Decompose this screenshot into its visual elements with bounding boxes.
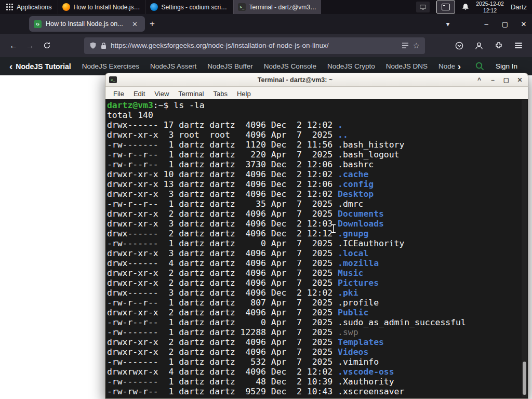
task-title: Settings - codium script... [161, 4, 229, 11]
user-menu[interactable]: Dartz [511, 3, 527, 11]
terminal-line: drwxr-xr-x 2 dartz dartz 4096 Apr 7 2025… [107, 337, 528, 347]
tab-close-icon[interactable]: ✕ [132, 20, 140, 28]
close-terminal-icon[interactable]: ✕ [515, 76, 524, 84]
minimize-window-icon[interactable]: – [482, 20, 490, 28]
clock[interactable]: 2025-12-02 12:12 [476, 1, 504, 14]
browser-tab[interactable]: G How to Install Node.js on... ✕ [29, 16, 145, 32]
tray-screen-icon [420, 5, 426, 10]
list-all-tabs-icon[interactable]: ▾ [441, 17, 455, 31]
terminal-line: drwx------ 3 dartz dartz 4096 Dec 2 12:0… [107, 288, 528, 298]
taskbar-button-codium[interactable]: Settings - codium script... [145, 0, 233, 14]
mouse-cursor-ibeam [330, 224, 337, 233]
terminal-scrollbar[interactable] [522, 100, 527, 397]
minimize-terminal-icon[interactable]: – [488, 76, 497, 84]
scrollbar-thumb[interactable] [523, 362, 526, 395]
task-title: Terminal - dartz@vm3: ~ [249, 4, 317, 11]
terminal-line: drwxr-xr-x 2 dartz dartz 4096 Apr 7 2025… [107, 308, 528, 317]
url-text: https://www.geeksforgeeks.org/node-js/in… [111, 42, 397, 49]
taskbar-button-firefox[interactable]: How to Install Node.js o... [58, 0, 145, 14]
gfg-nav-nodejs-tutorial[interactable]: NodeJS Tutorial [16, 62, 71, 71]
gfg-nav-nodejs-console[interactable]: NodeJS Console [264, 62, 316, 70]
terminal-menu-edit[interactable]: Edit [129, 89, 150, 99]
gfg-nav-links: NodeJS TutorialNodeJS ExercisesNodeJS As… [16, 62, 454, 71]
terminal-line: -rw-r--r-- 1 dartz dartz 807 Apr 7 2025 … [107, 298, 528, 308]
codium-icon [150, 3, 158, 11]
terminal-line: drwxr-xr-x 3 dartz dartz 4096 Apr 7 2025… [107, 248, 528, 258]
terminal-line: drwxr-xr-x 2 dartz dartz 4096 Apr 7 2025… [107, 268, 528, 278]
applications-label: Applications [17, 4, 51, 11]
terminal-line: drwx------ 4 dartz dartz 4096 Apr 7 2025… [107, 258, 528, 268]
window-controls: – ▢ ✕ [482, 14, 528, 34]
gfg-nav-nodejs-dns[interactable]: NodeJS DNS [386, 62, 428, 70]
terminal-window-title: Terminal - dartz@vm3: ~ [120, 76, 470, 84]
sign-in-button[interactable]: Sign In [496, 62, 517, 70]
reload-button[interactable] [38, 37, 55, 54]
shell-prompt-line: dartz@vm3:~$ ls -la [107, 100, 528, 110]
terminal-line: drwxr-xr-x 13 dartz dartz 4096 Dec 2 12:… [107, 179, 528, 189]
taskbar: How to Install Node.js o...Settings - co… [58, 0, 321, 14]
terminal-menu-terminal[interactable]: Terminal [174, 89, 208, 99]
gfg-nav-nodejs-assert[interactable]: NodeJS Assert [150, 62, 196, 70]
url-bar[interactable]: https://www.geeksforgeeks.org/node-js/in… [84, 37, 425, 54]
forward-button[interactable]: → [22, 37, 38, 54]
menu-hamburger-icon[interactable] [510, 37, 527, 54]
nav-scroll-right-icon[interactable]: › [455, 61, 464, 71]
back-button[interactable]: ← [5, 37, 22, 54]
top-panel: Applications How to Install Node.js o...… [0, 0, 532, 14]
lock-icon[interactable] [101, 42, 107, 49]
panel-right: 2025-12-02 12:12 Dartz [416, 0, 532, 14]
tray-status-icon[interactable] [416, 2, 430, 12]
account-icon[interactable] [471, 37, 487, 54]
terminal-screen[interactable]: dartz@vm3:~$ ls -latotal 140drwx------ 1… [105, 99, 528, 399]
applications-menu[interactable]: Applications [0, 0, 58, 14]
gfg-nav-nodejs-exercises[interactable]: NodeJS Exercises [82, 62, 139, 70]
terminal-line: -rw------- 1 dartz dartz 1120 Dec 2 11:5… [107, 140, 528, 150]
maximize-window-icon[interactable]: ▢ [501, 20, 509, 28]
geeksforgeeks-favicon: G [34, 20, 42, 28]
terminal-line: -rw-r--r-- 1 dartz dartz 3730 Dec 2 12:0… [107, 159, 528, 169]
gfg-nav-nodejs-buffer[interactable]: NodeJS Buffer [207, 62, 253, 70]
tray-terminal-icon[interactable] [436, 1, 455, 14]
nav-scroll-left-icon[interactable]: ‹ [6, 61, 16, 71]
gfg-nav-right: › Sign In [455, 61, 526, 71]
maximize-terminal-icon[interactable]: ▢ [502, 76, 511, 84]
reader-view-icon[interactable] [402, 42, 409, 49]
terminal-line: -rw-rw-r-- 1 dartz dartz 9529 Dec 2 10:4… [107, 387, 528, 396]
notification-bell-icon[interactable] [462, 3, 469, 11]
taskbar-button-terminal[interactable]: >_Terminal - dartz@vm3: ~ [233, 0, 321, 14]
pocket-icon[interactable] [451, 37, 468, 54]
gfg-nav-nodejs-crypto[interactable]: NodeJS Crypto [327, 62, 375, 70]
terminal-output: dartz@vm3:~$ ls -latotal 140drwx------ 1… [105, 99, 528, 396]
terminal-line: -rw-r--r-- 1 dartz dartz 220 Apr 7 2025 … [107, 150, 528, 159]
terminal-glyph-icon [442, 4, 450, 10]
terminal-line: -rw-r--r-- 1 dartz dartz 0 Apr 7 2025 .s… [107, 317, 528, 327]
terminal-menu-help[interactable]: Help [232, 89, 256, 99]
browser-toolbar: ← → https://www.geeksforgeeks.org/node-j… [0, 34, 532, 57]
terminal-menu-view[interactable]: View [150, 89, 174, 99]
terminal-icon: >_ [238, 3, 246, 11]
gfg-nav-node[interactable]: Node [438, 62, 455, 70]
bookmark-star-icon[interactable]: ☆ [413, 41, 420, 50]
extensions-icon[interactable] [490, 37, 507, 54]
close-window-icon[interactable]: ✕ [520, 20, 528, 28]
desktop: Applications How to Install Node.js o...… [0, 0, 532, 399]
terminal-line: drwxr-xr-x 2 dartz dartz 4096 Apr 7 2025… [107, 209, 528, 219]
terminal-line: -rw------- 1 dartz dartz 48 Dec 2 10:39 … [107, 377, 528, 387]
terminal-line: drwxrwxr-x 4 dartz dartz 4096 Dec 2 12:0… [107, 367, 528, 377]
terminal-line: total 140 [107, 110, 528, 120]
terminal-line: -rw------- 1 dartz dartz 12288 Apr 7 202… [107, 327, 528, 337]
applications-grid-icon [6, 4, 13, 10]
terminal-line: -rw------- 1 dartz dartz 532 Apr 7 2025 … [107, 357, 528, 367]
terminal-menubar: FileEditViewTerminalTabsHelp [105, 87, 528, 101]
terminal-menu-file[interactable]: File [109, 89, 129, 99]
search-icon[interactable] [475, 62, 484, 71]
terminal-line: drwxr-xr-x 10 dartz dartz 4096 Dec 2 12:… [107, 169, 528, 179]
firefox-icon [62, 3, 70, 11]
terminal-line: drwx------ 17 dartz dartz 4096 Dec 2 12:… [107, 120, 528, 130]
terminal-line: drwxr-xr-x 2 dartz dartz 4096 Apr 7 2025… [107, 278, 528, 288]
terminal-menu-tabs[interactable]: Tabs [208, 89, 232, 99]
shield-icon[interactable] [89, 42, 97, 49]
terminal-titlebar[interactable]: >_ Terminal - dartz@vm3: ~ ^ – ▢ ✕ [105, 73, 528, 87]
shade-window-icon[interactable]: ^ [475, 76, 484, 84]
new-tab-button[interactable]: + [145, 17, 159, 31]
